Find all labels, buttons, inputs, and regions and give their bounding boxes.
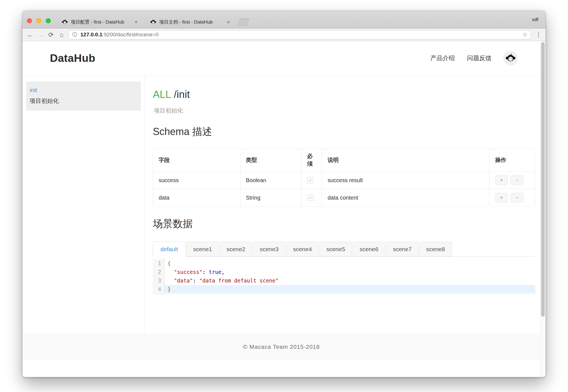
close-tab-icon[interactable]: × (135, 19, 138, 25)
close-window-button[interactable] (27, 18, 32, 23)
cell-field: success (153, 172, 240, 189)
remove-field-button[interactable]: − (511, 175, 523, 185)
schema-heading: Schema 描述 (153, 125, 535, 139)
schema-column-header: 说明 (322, 149, 490, 172)
code-token: : (193, 278, 199, 284)
nav-link[interactable]: 产品介绍 (430, 54, 455, 62)
code-token: "success" (174, 269, 202, 275)
remove-field-button[interactable]: − (511, 193, 523, 202)
scene-tab-bar: defaultscene1scene2scene3scene4scene5sce… (153, 241, 535, 257)
scene-tab[interactable]: default (153, 241, 186, 257)
back-icon[interactable]: ← (25, 30, 35, 40)
sidebar-api-link[interactable]: init (30, 87, 137, 93)
page-scrollbar[interactable] (540, 41, 546, 377)
cell-description: success result (322, 172, 490, 189)
cell-operations: +− (490, 172, 535, 189)
scene-tab[interactable]: scene4 (286, 242, 319, 256)
code-token: : (202, 269, 209, 275)
copyright-text: © Macaca Team 2015-2018 (243, 343, 320, 350)
code-token: { (168, 260, 171, 266)
url-path: :9200/doc/first#scene=0 (102, 32, 158, 38)
sidebar-item-init[interactable]: init 项目初始化 (26, 82, 141, 111)
home-icon[interactable]: ⌂ (56, 30, 67, 40)
scene-tab[interactable]: scene2 (220, 242, 252, 256)
browser-window: 项目配置 - first - DataHub × 项目文档 - first - … (22, 11, 546, 377)
page-info-icon[interactable]: ⓘ (72, 31, 77, 38)
tab-title: 项目文档 - first - DataHub (159, 19, 224, 25)
page-viewport: DataHub 产品介绍问题反馈 init 项目初始化 ALL/init (22, 41, 546, 377)
code-token: "data" (174, 278, 193, 284)
line-number: 3 (153, 276, 164, 285)
cell-operations: +− (490, 189, 535, 206)
add-field-button[interactable]: + (495, 175, 508, 185)
schema-table-row: data String ✓ data content +− (153, 189, 535, 206)
editor-gutter: 1234 (153, 259, 164, 295)
add-field-button[interactable]: + (495, 193, 508, 202)
line-number: 2 (153, 268, 164, 276)
check-icon: ✓ (308, 195, 312, 200)
nav-link[interactable]: 问题反馈 (467, 54, 491, 62)
cell-required: ✓ (301, 189, 322, 206)
app-nav: 产品介绍问题反馈 (418, 51, 518, 66)
browser-tab-strip: 项目配置 - first - DataHub × 项目文档 - first - … (22, 11, 546, 29)
scene-tab[interactable]: scene5 (320, 242, 352, 256)
cell-type: String (240, 189, 302, 206)
scene-tab[interactable]: scene1 (186, 242, 219, 256)
editor-code[interactable]: { "success": true, "data": "data from de… (164, 259, 535, 295)
browser-tab[interactable]: 项目配置 - first - DataHub × (54, 16, 142, 28)
scene-tab[interactable]: scene7 (386, 242, 419, 256)
cell-field: data (153, 189, 240, 206)
code-token: "data from default scene" (199, 278, 278, 284)
datahub-logo[interactable]: DataHub (50, 52, 95, 64)
app-header: DataHub 产品介绍问题反馈 (22, 41, 540, 76)
required-checkbox: ✓ (307, 177, 313, 184)
line-number: 1 (153, 259, 164, 268)
cell-required: ✓ (301, 172, 322, 189)
url-host: 127.0.0.1 (80, 32, 102, 38)
scene-tab[interactable]: scene6 (353, 242, 385, 256)
url-bar[interactable]: ⓘ 127.0.0.1 :9200/doc/first#scene=0 ☆ (69, 30, 531, 39)
code-line: "data": "data from default scene" (164, 276, 535, 285)
scene-heading: 场景数据 (153, 217, 535, 231)
check-icon: ✓ (308, 178, 312, 183)
route-method-badge: ALL (153, 89, 171, 100)
code-token: true (209, 269, 222, 275)
close-tab-icon[interactable]: × (227, 19, 230, 25)
code-token (168, 278, 174, 284)
schema-table: 字段类型必须说明操作 success Boolean ✓ success res… (153, 148, 535, 207)
api-sidebar: init 项目初始化 (22, 76, 145, 333)
browser-menu-icon[interactable]: ⋮ (534, 30, 543, 40)
nav-links: 产品介绍问题反馈 (418, 54, 491, 62)
new-tab-button[interactable] (237, 18, 250, 26)
required-checkbox: ✓ (307, 195, 313, 201)
route-title: ALL/init (153, 89, 535, 100)
browser-profile-label[interactable]: xdf (532, 11, 538, 29)
tab-title: 项目配置 - first - DataHub (71, 19, 132, 25)
forward-icon[interactable]: → (35, 30, 46, 40)
code-token: , (222, 269, 225, 275)
scene-tab[interactable]: scene3 (253, 242, 285, 256)
user-avatar[interactable] (503, 51, 518, 66)
scene-tab[interactable]: scene8 (419, 242, 452, 256)
schema-table-header-row: 字段类型必须说明操作 (153, 149, 535, 172)
content-area: init 项目初始化 ALL/init 项目初始化 Schema 描述 字段类型… (22, 76, 540, 333)
app-footer: © Macaca Team 2015-2018 (22, 333, 540, 360)
datahub-page: DataHub 产品介绍问题反馈 init 项目初始化 ALL/init (22, 41, 540, 377)
bookmark-star-icon[interactable]: ☆ (522, 31, 528, 38)
zoom-window-button[interactable] (46, 18, 51, 23)
code-editor[interactable]: 1234 { "success": true, "data": "data fr… (153, 259, 535, 295)
page-scrollbar-thumb[interactable] (541, 42, 545, 317)
reload-icon[interactable]: ⟳ (46, 30, 56, 40)
schema-column-header: 字段 (153, 149, 240, 172)
browser-tab[interactable]: 项目文档 - first - DataHub × (142, 16, 234, 29)
code-line: "success": true, (164, 268, 535, 276)
macaca-favicon-icon (62, 19, 68, 25)
cell-description: data content (322, 189, 490, 206)
minimize-window-button[interactable] (36, 18, 41, 23)
code-token (168, 269, 174, 275)
macaca-favicon-icon (150, 19, 156, 25)
code-token: } (168, 286, 171, 292)
macaca-monkey-icon (506, 53, 516, 63)
route-description: 项目初始化 (153, 107, 535, 114)
code-line: { (164, 259, 535, 268)
